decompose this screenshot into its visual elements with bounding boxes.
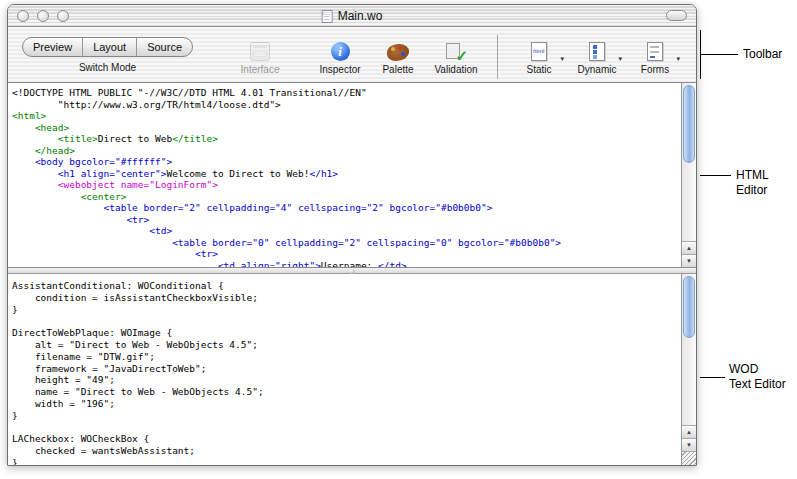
close-button[interactable] xyxy=(17,10,29,22)
code-line: <td> xyxy=(12,225,681,237)
code-line: <!DOCTYPE HTML PUBLIC "-//W3C//DTD HTML … xyxy=(12,87,681,99)
minimize-button[interactable] xyxy=(37,10,49,22)
tool-label: Static xyxy=(512,64,566,75)
tool-label: Palette xyxy=(371,64,425,75)
code-line: <title>Direct to Web</title> xyxy=(12,133,681,145)
wod-code-area[interactable]: AssistantConditional: WOConditional { co… xyxy=(8,274,681,465)
code-line: } xyxy=(12,457,681,465)
code-line: <td align="right">Username: </td> xyxy=(12,260,681,268)
forms-button[interactable]: ▾Forms xyxy=(628,35,682,75)
toolbar: PreviewLayoutSource Switch Mode Interfac… xyxy=(8,27,696,83)
switch-mode-layout-button[interactable]: Layout xyxy=(83,38,137,56)
wod-editor-pane: AssistantConditional: WOConditional { co… xyxy=(8,274,696,465)
toolbar-tools: InterfaceiInspectorPalette✓Validationhtm… xyxy=(233,35,682,79)
scroll-up-button[interactable]: ▲ xyxy=(682,241,696,254)
scroll-down-button[interactable]: ▼ xyxy=(682,254,696,267)
code-line: alt = "Direct to Web - WebObjects 4.5"; xyxy=(12,339,681,351)
tool-label: Inspector xyxy=(313,64,367,75)
code-line: AssistantConditional: WOConditional { xyxy=(12,280,681,292)
toolbar-separator xyxy=(497,35,498,79)
scroll-up-button[interactable]: ▲ xyxy=(682,425,696,438)
callout-wod-line1: WOD xyxy=(729,362,786,377)
html-editor-scrollbar[interactable]: ▲ ▼ xyxy=(681,83,696,267)
code-line: <tr> xyxy=(12,248,681,260)
scroll-down-button[interactable]: ▼ xyxy=(682,438,696,451)
window-title-group: Main.wo xyxy=(322,5,383,27)
wod-editor-scrollbar[interactable]: ▲ ▼ xyxy=(681,274,696,465)
code-line: <html> xyxy=(12,110,681,122)
code-line: <head> xyxy=(12,122,681,134)
interface-icon xyxy=(233,35,287,61)
inspector-icon: i xyxy=(313,35,367,61)
code-line: "http://www.w3.org/TR/html4/loose.dtd"> xyxy=(12,99,681,111)
callout-line-wod-editor xyxy=(700,377,725,378)
html-editor-pane: <!DOCTYPE HTML PUBLIC "-//W3C//DTD HTML … xyxy=(8,83,696,267)
tool-label: Forms xyxy=(628,64,682,75)
callout-line-html-editor xyxy=(700,175,731,176)
code-line: condition = isAssistantCheckboxVisible; xyxy=(12,292,681,304)
validation-button[interactable]: ✓Validation xyxy=(429,35,483,75)
code-line: } xyxy=(12,304,681,316)
figure-canvas: Main.wo PreviewLayoutSource Switch Mode … xyxy=(0,0,797,479)
static-button[interactable]: html▾Static xyxy=(512,35,566,75)
interface-button: Interface xyxy=(233,35,287,75)
dynamic-icon: ▾ xyxy=(570,35,624,61)
code-line: LACheckbox: WOCheckBox { xyxy=(12,433,681,445)
switch-mode-preview-button[interactable]: Preview xyxy=(23,38,83,56)
code-line: <table border="2" cellpadding="4" cellsp… xyxy=(12,202,681,214)
tool-label: Interface xyxy=(233,64,287,75)
resize-grip[interactable] xyxy=(682,451,696,465)
code-line: width = "196"; xyxy=(12,398,681,410)
code-line: <h1 align="center">Welcome to Direct to … xyxy=(12,168,681,180)
scrollbar-thumb[interactable] xyxy=(683,276,695,338)
code-line: <table border="0" cellpadding="2" cellsp… xyxy=(12,237,681,249)
inspector-button[interactable]: iInspector xyxy=(313,35,367,75)
pane-splitter[interactable] xyxy=(8,267,696,274)
window-titlebar[interactable]: Main.wo xyxy=(8,5,696,27)
code-line: checked = wantsWebAssistant; xyxy=(12,445,681,457)
validation-icon: ✓ xyxy=(429,35,483,61)
code-line xyxy=(12,422,681,434)
scrollbar-thumb[interactable] xyxy=(683,85,695,163)
code-line: framework = "JavaDirectToWeb"; xyxy=(12,363,681,375)
webobjects-builder-window: Main.wo PreviewLayoutSource Switch Mode … xyxy=(7,4,697,466)
code-line: name = "Direct to Web - WebObjects 4.5"; xyxy=(12,386,681,398)
code-line: </head> xyxy=(12,145,681,157)
callout-html-editor-label: HTML Editor xyxy=(736,168,797,198)
window-title: Main.wo xyxy=(338,9,383,23)
palette-icon xyxy=(371,35,425,61)
code-line: <tr> xyxy=(12,214,681,226)
switch-mode-group: PreviewLayoutSource Switch Mode xyxy=(22,37,193,73)
dropdown-arrow-icon: ▾ xyxy=(619,55,623,63)
zoom-button[interactable] xyxy=(57,10,69,22)
code-line: <center> xyxy=(12,191,681,203)
dropdown-arrow-icon: ▾ xyxy=(677,55,681,63)
code-line: <webobject name="LoginForm"> xyxy=(12,179,681,191)
callout-wod-line2: Text Editor xyxy=(729,377,786,392)
dropdown-arrow-icon: ▾ xyxy=(561,55,565,63)
html-code-area[interactable]: <!DOCTYPE HTML PUBLIC "-//W3C//DTD HTML … xyxy=(8,83,681,267)
switch-mode-control: PreviewLayoutSource xyxy=(22,37,193,57)
forms-icon: ▾ xyxy=(628,35,682,61)
window-controls xyxy=(17,10,69,22)
tool-label: Validation xyxy=(429,64,483,75)
code-line: height = "49"; xyxy=(12,374,681,386)
code-line: filename = "DTW.gif"; xyxy=(12,351,681,363)
palette-button[interactable]: Palette xyxy=(371,35,425,75)
switch-mode-source-button[interactable]: Source xyxy=(137,38,192,56)
dynamic-button[interactable]: ▾Dynamic xyxy=(570,35,624,75)
code-line: <body bgcolor="#ffffff"> xyxy=(12,156,681,168)
code-line: } xyxy=(12,410,681,422)
document-icon xyxy=(322,10,333,23)
switch-mode-label: Switch Mode xyxy=(79,62,136,73)
static-icon: html▾ xyxy=(512,35,566,61)
code-line xyxy=(12,315,681,327)
toolbar-toggle-button[interactable] xyxy=(666,10,687,21)
callout-line-toolbar xyxy=(700,54,738,55)
callout-toolbar-label: Toolbar xyxy=(743,47,782,62)
tool-label: Dynamic xyxy=(570,64,624,75)
code-line: DirectToWebPlaque: WOImage { xyxy=(12,327,681,339)
callout-wod-editor-label: WOD Text Editor xyxy=(729,362,786,392)
